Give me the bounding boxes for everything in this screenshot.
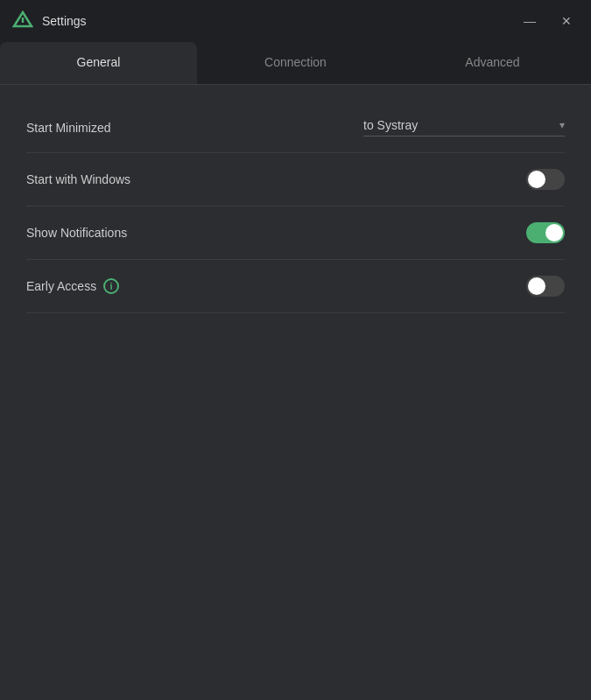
early-access-toggle[interactable] (526, 276, 565, 297)
window-title: Settings (42, 14, 517, 28)
start-minimized-dropdown[interactable]: to Systray ▾ (363, 118, 565, 136)
start-minimized-label: Start Minimized (26, 121, 110, 135)
tab-connection[interactable]: Connection (197, 42, 394, 84)
toggle-knob (545, 224, 563, 242)
early-access-row: Early Access i (26, 260, 565, 313)
minimize-button[interactable]: — (517, 9, 542, 33)
tab-bar: General Connection Advanced (0, 42, 591, 85)
window-controls: — ✕ (517, 9, 579, 33)
start-minimized-row: Start Minimized to Systray ▾ (26, 102, 565, 153)
toggle-knob (528, 171, 545, 188)
show-notifications-toggle[interactable] (526, 222, 565, 243)
start-with-windows-toggle[interactable] (526, 169, 565, 190)
toggle-knob (528, 277, 545, 295)
dropdown-value: to Systray (363, 118, 418, 132)
show-notifications-row: Show Notifications (26, 206, 565, 260)
tab-advanced[interactable]: Advanced (394, 42, 591, 84)
settings-content: Start Minimized to Systray ▾ Start with … (0, 85, 591, 331)
chevron-down-icon: ▾ (559, 119, 565, 131)
title-bar: Settings — ✕ (0, 0, 591, 42)
tab-general[interactable]: General (0, 42, 197, 84)
start-with-windows-row: Start with Windows (26, 153, 565, 206)
show-notifications-label: Show Notifications (26, 226, 127, 240)
info-icon[interactable]: i (103, 278, 119, 294)
early-access-label: Early Access i (26, 278, 119, 294)
app-logo (12, 10, 33, 32)
close-button[interactable]: ✕ (554, 9, 579, 33)
start-with-windows-label: Start with Windows (26, 172, 130, 186)
